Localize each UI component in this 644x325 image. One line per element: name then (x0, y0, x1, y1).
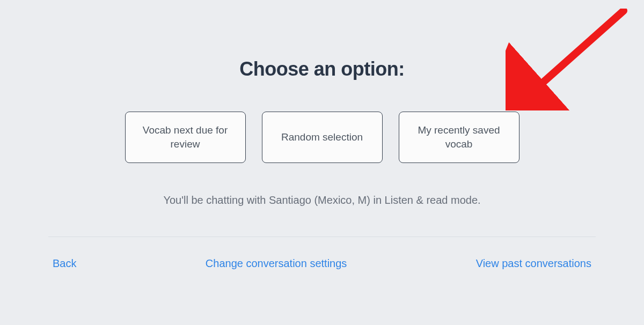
option-label: Random selection (281, 130, 363, 144)
option-selection-panel: Choose an option: Vocab next due for rev… (0, 0, 644, 270)
page-title: Choose an option: (239, 58, 404, 80)
option-recently-saved[interactable]: My recently saved vocab (399, 112, 519, 163)
option-label: My recently saved vocab (411, 123, 507, 151)
view-past-link[interactable]: View past conversations (476, 257, 591, 270)
option-label: Vocab next due for review (137, 123, 233, 151)
option-random-selection[interactable]: Random selection (262, 112, 383, 163)
options-row: Vocab next due for review Random selecti… (125, 112, 519, 163)
change-settings-link[interactable]: Change conversation settings (206, 257, 347, 270)
option-vocab-next-due[interactable]: Vocab next due for review (125, 112, 246, 163)
footer-links-row: Back Change conversation settings View p… (48, 257, 596, 270)
divider (48, 237, 596, 237)
status-line: You'll be chatting with Santiago (Mexico… (163, 194, 480, 206)
back-link[interactable]: Back (53, 257, 76, 270)
